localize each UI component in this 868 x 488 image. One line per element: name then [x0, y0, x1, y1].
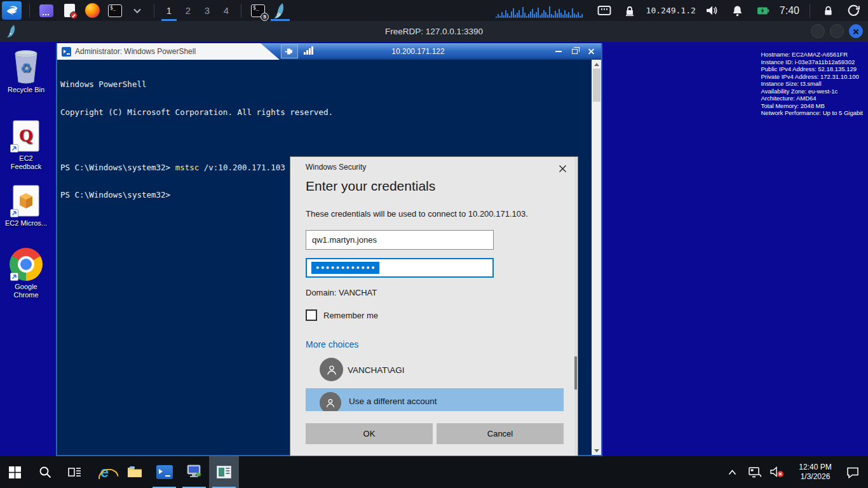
- launcher-editor-button[interactable]: [60, 1, 79, 20]
- powershell-title: Administrator: Windows PowerShell: [75, 47, 196, 56]
- sysinfo-arch: Architecture: AMD64: [761, 95, 863, 102]
- logout-icon: [848, 4, 860, 17]
- launcher-firefox-button[interactable]: [83, 1, 102, 20]
- freerdp-window-icon: [6, 24, 18, 41]
- close-icon: [559, 165, 567, 173]
- tray-network-button[interactable]: [743, 456, 766, 488]
- search-button[interactable]: [30, 456, 60, 488]
- file-explorer-button[interactable]: [119, 456, 149, 488]
- clock-time: 12:40 PM: [793, 463, 837, 472]
- battery-icon: [757, 6, 770, 15]
- username-value: qw1.martyn.jones: [312, 235, 377, 245]
- start-button[interactable]: [0, 456, 30, 488]
- desktop-icon-google-chrome[interactable]: Google Chrome: [5, 245, 47, 299]
- window-count-badge: 5: [261, 13, 269, 21]
- use-different-account-item[interactable]: Use a different account: [306, 388, 564, 411]
- username-field[interactable]: qw1.martyn.jones: [306, 230, 494, 250]
- powershell-titlebar[interactable]: Administrator: Windows PowerShell: [57, 43, 281, 60]
- lock-screen-button[interactable]: [818, 1, 837, 20]
- chevron-down-icon: [133, 8, 141, 13]
- volume-indicator[interactable]: [703, 1, 722, 20]
- search-icon: [39, 466, 51, 478]
- recycle-bin-icon: ♻: [11, 50, 41, 84]
- remote-desktop-icon: [186, 464, 203, 480]
- network-port-indicator[interactable]: [595, 1, 614, 20]
- cancel-button[interactable]: Cancel: [437, 423, 564, 444]
- shortcut-arrow-icon: [10, 273, 18, 281]
- host-top-panel: $_ 1 2 3 4 $_ 5 10.249.1.2: [0, 0, 868, 21]
- rdp-restore-button[interactable]: [572, 49, 578, 54]
- document-icon: [64, 4, 75, 17]
- notifications-indicator[interactable]: [728, 1, 747, 20]
- window-app-icon: [39, 4, 53, 17]
- internet-explorer-button[interactable]: e: [90, 456, 119, 488]
- logout-button[interactable]: [844, 1, 863, 20]
- task-view-button[interactable]: [60, 456, 90, 488]
- tray-volume-button[interactable]: [766, 456, 789, 488]
- desktop-icon-ec2-feedback[interactable]: Q EC2 Feedback: [5, 117, 47, 171]
- battery-indicator[interactable]: [754, 1, 773, 20]
- workspace-4[interactable]: 4: [217, 0, 236, 21]
- terminal-scrollbar[interactable]: [592, 60, 601, 455]
- scroll-up-icon[interactable]: [592, 60, 601, 69]
- scroll-down-icon[interactable]: [592, 446, 601, 455]
- workspace-3[interactable]: 3: [198, 0, 217, 21]
- rdp-close-button[interactable]: [588, 48, 595, 55]
- freerdp-minimize-button[interactable]: [811, 24, 825, 38]
- kali-logo-icon: [6, 3, 18, 18]
- launcher-window-button[interactable]: [37, 1, 56, 20]
- scrollbar-thumb[interactable]: [593, 69, 600, 102]
- desktop-icon-ec2-microsite[interactable]: EC2 Micros...: [5, 182, 47, 227]
- desktop-icon-label: Recycle Bin: [5, 86, 47, 94]
- rdp-session-address: 10.200.171.122: [280, 43, 557, 60]
- window-button-freerdp[interactable]: [269, 0, 291, 21]
- freerdp-close-button[interactable]: [849, 24, 863, 38]
- action-center-icon: [846, 466, 859, 478]
- dialog-close-button[interactable]: [555, 161, 570, 175]
- remember-me-checkbox[interactable]: [306, 309, 317, 321]
- workspace-2[interactable]: 2: [179, 0, 198, 21]
- launcher-terminal-button[interactable]: $_: [105, 1, 125, 20]
- workspace-1[interactable]: 1: [159, 0, 179, 21]
- dialog-scrollbar[interactable]: [574, 157, 577, 456]
- sysinfo-public-ip: Public IPv4 Address: 52.18.135.129: [761, 65, 863, 73]
- ec2-sysinfo-overlay: Hostname: EC2AMAZ-A6561FR Instance ID: i…: [761, 51, 863, 117]
- panel-clock[interactable]: 7:40: [780, 5, 799, 17]
- rdp-minimize-button[interactable]: [555, 51, 562, 52]
- freerdp-titlebar[interactable]: FreeRDP: 127.0.0.1:3390: [0, 21, 868, 42]
- panel-separator: [241, 4, 241, 18]
- ok-button[interactable]: OK: [306, 423, 433, 444]
- svg-text:Q: Q: [19, 125, 33, 145]
- freerdp-maximize-button[interactable]: [830, 24, 844, 38]
- terminal-icon: $_: [108, 4, 122, 17]
- taskbar-powershell-button[interactable]: [149, 456, 179, 488]
- window-button-terminal-group[interactable]: $_ 5: [248, 1, 268, 20]
- kali-menu-button[interactable]: [2, 1, 22, 20]
- tray-chevron-button[interactable]: [721, 456, 743, 488]
- panel-separator: [154, 4, 154, 18]
- sysinfo-instance-id: Instance ID: i-03e37a11b12a59302: [761, 58, 863, 66]
- vpn-indicator[interactable]: [620, 1, 639, 20]
- launcher-dropdown-button[interactable]: [128, 1, 147, 20]
- speaker-muted-icon: [770, 466, 785, 478]
- speaker-icon: [706, 5, 718, 16]
- desktop-icon-recycle-bin[interactable]: ♻ Recycle Bin: [5, 48, 47, 94]
- dialog-heading: Enter your credentials: [306, 179, 435, 194]
- vpn-ip-address: 10.249.1.2: [646, 6, 696, 15]
- taskbar-active-window-button[interactable]: [209, 456, 239, 488]
- password-field[interactable]: ●●●●●●●●●●●●: [306, 258, 494, 278]
- person-icon: [325, 363, 338, 376]
- account-primary-label[interactable]: VANCHAT\AGI: [348, 365, 405, 375]
- tray-clock[interactable]: 12:40 PM 1/3/2026: [793, 463, 837, 482]
- account-avatar[interactable]: [320, 358, 343, 381]
- more-choices-link[interactable]: More choices: [306, 339, 358, 349]
- vpn-lock-icon: [624, 5, 635, 17]
- scrollbar-thumb[interactable]: [574, 356, 577, 390]
- action-center-button[interactable]: [841, 456, 864, 488]
- bell-icon: [732, 5, 743, 17]
- shortcut-arrow-icon: [10, 209, 18, 217]
- sysinfo-network: Network Performance: Up to 5 Gigabit: [761, 109, 863, 117]
- terminal-line: Windows PowerShell: [60, 80, 592, 90]
- domain-label: Domain: VANCHAT: [306, 288, 377, 297]
- taskbar-rdp-button[interactable]: [179, 456, 209, 488]
